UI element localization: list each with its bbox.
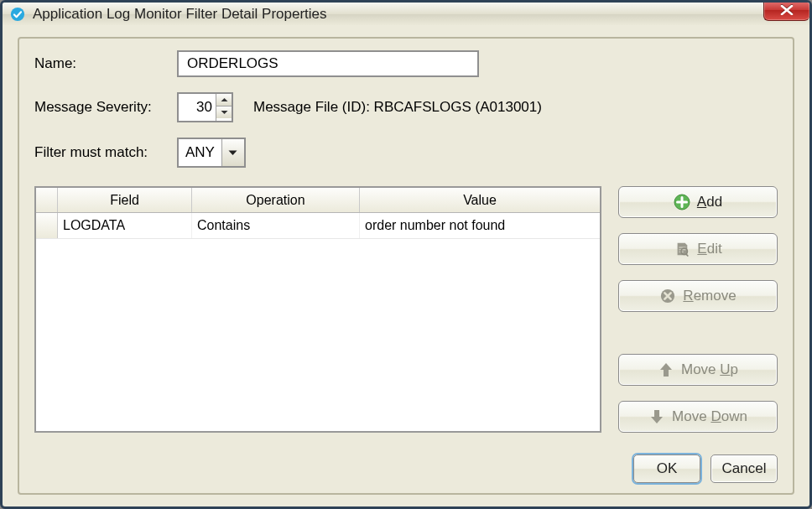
severity-label: Message Severity: <box>34 99 177 116</box>
form-panel: Name: Message Severity: <box>18 37 794 495</box>
match-label: Filter must match: <box>34 144 177 161</box>
name-label: Name: <box>34 55 177 72</box>
spinner-buttons <box>216 94 232 121</box>
name-row: Name: <box>34 50 778 77</box>
grid-header-row: Field Operation Value <box>36 188 600 213</box>
window-title: Application Log Monitor Filter Detail Pr… <box>33 6 327 23</box>
remove-label-key: R <box>683 288 693 304</box>
cell-field[interactable]: LOGDATA <box>58 213 192 238</box>
moveup-prefix: Move <box>681 361 720 377</box>
moveup-button[interactable]: Move Up <box>618 354 778 386</box>
app-icon <box>9 6 26 23</box>
table-row[interactable]: LOGDATAContainsorder number not found <box>36 213 600 239</box>
caret-down-icon <box>228 150 237 156</box>
severity-up-button[interactable] <box>216 94 232 106</box>
message-file-value: RBCAFSLOGS (A013001) <box>374 99 542 115</box>
conditions-grid[interactable]: Field Operation Value LOGDATAContainsord… <box>34 186 601 433</box>
row-header[interactable] <box>36 213 58 238</box>
ok-label: OK <box>657 460 678 477</box>
close-icon <box>779 5 794 15</box>
name-input[interactable] <box>177 50 479 77</box>
moveup-key: U <box>720 361 730 377</box>
cell-operation[interactable]: Contains <box>192 213 360 238</box>
grid-header-operation[interactable]: Operation <box>192 188 360 212</box>
spacer <box>618 327 778 339</box>
edit-label-rest: dit <box>707 241 722 257</box>
remove-button[interactable]: Remove <box>618 280 778 312</box>
edit-button[interactable]: Edit <box>618 233 778 265</box>
caret-up-icon <box>221 97 228 102</box>
client-area: Name: Message Severity: <box>3 25 809 506</box>
caret-down-icon <box>221 110 228 115</box>
grid-header-corner[interactable] <box>36 188 58 212</box>
dialog-window: Application Log Monitor Filter Detail Pr… <box>0 0 812 509</box>
grid-header-value[interactable]: Value <box>360 188 600 212</box>
footer-buttons: OK Cancel <box>633 454 778 483</box>
add-icon <box>674 194 690 210</box>
match-row: Filter must match: ANY <box>34 138 778 168</box>
grid-header-field[interactable]: Field <box>58 188 192 212</box>
match-value: ANY <box>179 144 221 161</box>
side-buttons: Add Edit Remove <box>618 186 778 433</box>
ok-button[interactable]: OK <box>633 454 700 483</box>
add-button[interactable]: Add <box>618 186 778 218</box>
movedown-button[interactable]: Move Down <box>618 401 778 433</box>
add-label-rest: dd <box>706 194 722 210</box>
cell-value[interactable]: order number not found <box>360 213 600 238</box>
message-file-prefix: Message File (ID): <box>253 99 370 115</box>
severity-spinner[interactable] <box>177 92 233 122</box>
grid-body: LOGDATAContainsorder number not found <box>36 213 600 431</box>
message-file-label: Message File (ID): RBCAFSLOGS (A013001) <box>253 99 542 116</box>
remove-label-rest: emove <box>694 288 737 304</box>
severity-input[interactable] <box>179 94 216 121</box>
edit-label-key: E <box>697 241 706 257</box>
match-dropdown-button[interactable] <box>221 139 244 166</box>
edit-icon <box>674 241 690 257</box>
titlebar[interactable]: Application Log Monitor Filter Detail Pr… <box>3 3 809 25</box>
match-select[interactable]: ANY <box>177 138 246 168</box>
movedown-suffix: own <box>721 408 747 424</box>
movedown-prefix: Move <box>672 408 710 424</box>
cancel-button[interactable]: Cancel <box>710 454 778 483</box>
remove-icon <box>659 288 676 304</box>
cancel-label: Cancel <box>722 460 767 477</box>
add-label-key: A <box>697 194 706 210</box>
moveup-suffix: p <box>731 361 738 377</box>
severity-down-button[interactable] <box>216 106 232 118</box>
svg-point-0 <box>11 7 24 20</box>
middle-area: Field Operation Value LOGDATAContainsord… <box>34 186 778 433</box>
arrow-up-icon <box>658 361 674 378</box>
severity-row: Message Severity: Message File (ID): R <box>34 92 778 122</box>
close-button[interactable] <box>763 0 809 21</box>
arrow-down-icon <box>648 408 665 425</box>
movedown-key: D <box>710 408 721 424</box>
